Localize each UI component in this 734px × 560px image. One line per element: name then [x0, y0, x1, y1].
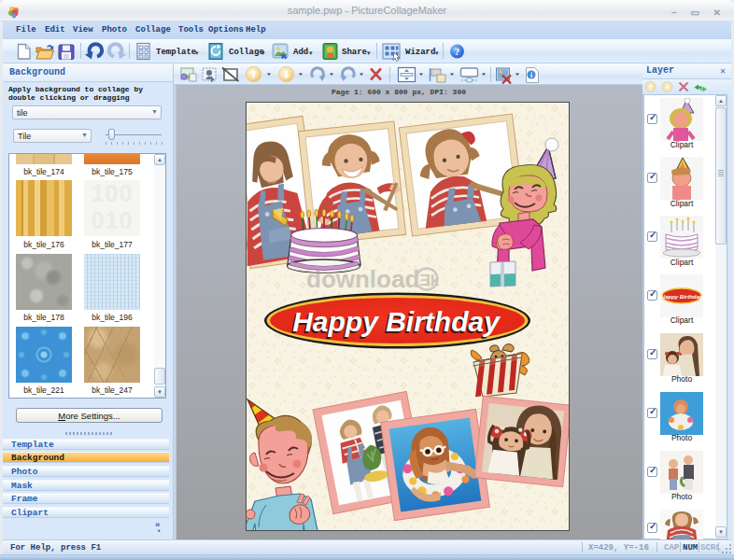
svg-text:i: i [530, 71, 532, 79]
svg-text:Happy Birthday: Happy Birthday [292, 306, 501, 337]
svg-text:Happy Birthday: Happy Birthday [661, 294, 703, 300]
svg-text:?: ? [455, 46, 460, 57]
svg-text:download: download [306, 265, 419, 293]
svg-text:Ǝk: Ǝk [420, 272, 440, 289]
